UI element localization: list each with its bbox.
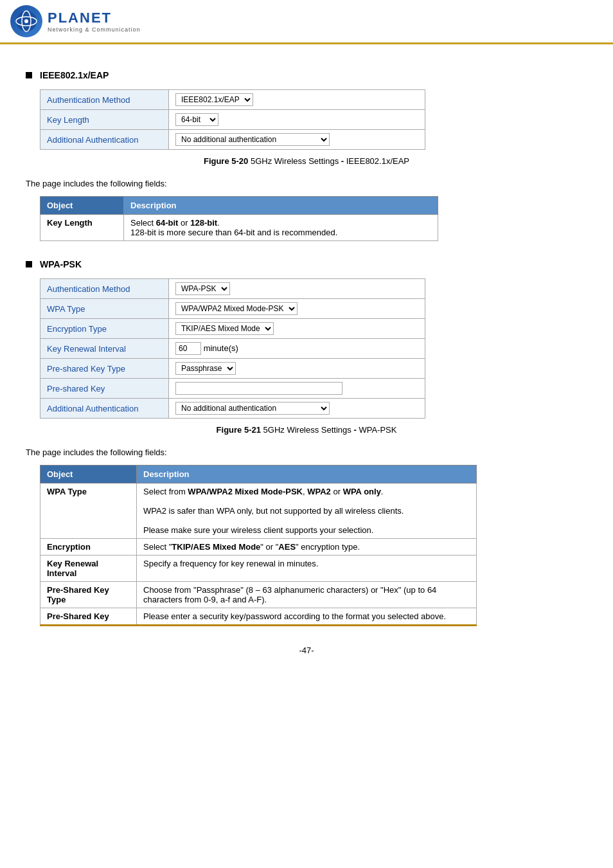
desc-cell: Select from WPA/WPA2 Mixed Mode-PSK, WPA… bbox=[137, 484, 477, 539]
field-label: Pre-shared Key bbox=[40, 379, 169, 399]
table-row: Key RenewalInterval Specify a frequency … bbox=[40, 556, 477, 582]
col-description: Description bbox=[137, 466, 477, 484]
field-value: No additional authentication bbox=[169, 399, 425, 419]
desc-cell: Select "TKIP/AES Mixed Mode" or "AES" en… bbox=[137, 539, 477, 556]
key-length-select[interactable]: 64-bit 128-bit bbox=[175, 113, 218, 126]
bullet-icon bbox=[26, 72, 32, 78]
table-row: Key Length 64-bit 128-bit bbox=[40, 110, 425, 130]
section2-desc: The page includes the following fields: bbox=[26, 448, 587, 457]
field-value bbox=[169, 379, 425, 399]
object-cell: WPA Type bbox=[40, 484, 137, 539]
preshared-key-input[interactable] bbox=[175, 382, 342, 395]
field-label: Encryption Type bbox=[40, 319, 169, 339]
field-value: No additional authentication bbox=[169, 130, 425, 150]
field-label: Authentication Method bbox=[40, 279, 169, 299]
section2-settings-table: Authentication Method WPA-PSK WPA Type W… bbox=[40, 278, 425, 419]
field-value: minute(s) bbox=[169, 339, 425, 359]
page-header: PLANET Networking & Communication bbox=[0, 0, 613, 44]
desc-cell: Specify a frequency for key renewal in m… bbox=[137, 556, 477, 582]
bullet-icon bbox=[26, 261, 32, 267]
field-value: TKIP/AES Mixed Mode AES bbox=[169, 319, 425, 339]
col-object: Object bbox=[40, 466, 137, 484]
field-label: WPA Type bbox=[40, 299, 169, 319]
field-value: WPA-PSK bbox=[169, 279, 425, 299]
table-row: Key Renewal Interval minute(s) bbox=[40, 339, 425, 359]
table-header-row: Object Description bbox=[40, 466, 477, 484]
logo-icon bbox=[10, 5, 42, 37]
object-cell: Pre-Shared Key bbox=[40, 608, 137, 626]
figure2-caption: Figure 5-21 5GHz Wireless Settings - WPA… bbox=[26, 425, 587, 435]
field-value: IEEE802.1x/EAP bbox=[169, 90, 425, 110]
encryption-type-select[interactable]: TKIP/AES Mixed Mode AES bbox=[175, 322, 274, 335]
page-number: -47- bbox=[26, 646, 587, 655]
field-value: Passphrase Hex bbox=[169, 359, 425, 379]
section1-settings-table: Authentication Method IEEE802.1x/EAP Key… bbox=[40, 89, 425, 150]
section1-heading: IEEE802.1x/EAP bbox=[26, 70, 587, 80]
col-description: Description bbox=[124, 197, 438, 215]
figure2-bold: Figure 5-21 bbox=[217, 425, 261, 435]
section2-heading: WPA-PSK bbox=[26, 259, 587, 269]
table-row: Key Length Select 64-bit or 128-bit. 128… bbox=[40, 215, 438, 241]
preshared-key-type-select[interactable]: Passphrase Hex bbox=[175, 362, 236, 375]
field-label: Additional Authentication bbox=[40, 130, 169, 150]
table-row: Encryption Type TKIP/AES Mixed Mode AES bbox=[40, 319, 425, 339]
section2-title: WPA-PSK bbox=[40, 259, 82, 269]
field-label: Additional Authentication bbox=[40, 399, 169, 419]
table-row: Pre-shared Key Type Passphrase Hex bbox=[40, 359, 425, 379]
logo-planet-label: PLANET bbox=[48, 10, 141, 26]
object-cell: Encryption bbox=[40, 539, 137, 556]
figure1-dash: - bbox=[341, 156, 344, 166]
table-header-row: Object Description bbox=[40, 197, 438, 215]
main-content: IEEE802.1x/EAP Authentication Method IEE… bbox=[0, 44, 613, 681]
desc-cell: Select 64-bit or 128-bit. 128-bit is mor… bbox=[124, 215, 438, 241]
field-label: Pre-shared Key Type bbox=[40, 359, 169, 379]
additional-auth-select-1[interactable]: No additional authentication bbox=[175, 133, 330, 146]
object-cell: Pre-Shared KeyType bbox=[40, 582, 137, 608]
table-row: Authentication Method IEEE802.1x/EAP bbox=[40, 90, 425, 110]
svg-point-3 bbox=[24, 19, 28, 23]
field-label: Key Length bbox=[40, 110, 169, 130]
table-row: Pre-shared Key bbox=[40, 379, 425, 399]
figure1-bold: Figure 5-20 bbox=[204, 156, 248, 166]
wpa-type-select[interactable]: WPA/WPA2 Mixed Mode-PSK WPA2 WPA only bbox=[175, 302, 298, 315]
auth-method-select-2[interactable]: WPA-PSK bbox=[175, 282, 230, 295]
table-row: Pre-Shared KeyType Choose from "Passphra… bbox=[40, 582, 477, 608]
section1-info-table: Object Description Key Length Select 64-… bbox=[40, 196, 438, 241]
field-value: 64-bit 128-bit bbox=[169, 110, 425, 130]
section2-info-table: Object Description WPA Type Select from … bbox=[40, 465, 477, 626]
table-row: Additional Authentication No additional … bbox=[40, 399, 425, 419]
additional-auth-select-2[interactable]: No additional authentication bbox=[175, 402, 330, 415]
figure1-caption: Figure 5-20 5GHz Wireless Settings - IEE… bbox=[26, 156, 587, 166]
section1-desc: The page includes the following fields: bbox=[26, 179, 587, 188]
table-row: Encryption Select "TKIP/AES Mixed Mode" … bbox=[40, 539, 477, 556]
object-cell: Key Length bbox=[40, 215, 124, 241]
desc-cell: Please enter a security key/password acc… bbox=[137, 608, 477, 626]
table-row: WPA Type Select from WPA/WPA2 Mixed Mode… bbox=[40, 484, 477, 539]
field-label: Authentication Method bbox=[40, 90, 169, 110]
figure2-dash: - bbox=[353, 425, 356, 435]
logo-text: PLANET Networking & Communication bbox=[48, 10, 141, 33]
auth-method-select-1[interactable]: IEEE802.1x/EAP bbox=[175, 93, 253, 106]
key-renewal-input[interactable] bbox=[175, 342, 201, 355]
table-row: WPA Type WPA/WPA2 Mixed Mode-PSK WPA2 WP… bbox=[40, 299, 425, 319]
minute-label: minute(s) bbox=[204, 343, 238, 353]
logo-sub-label: Networking & Communication bbox=[48, 26, 141, 33]
field-value: WPA/WPA2 Mixed Mode-PSK WPA2 WPA only bbox=[169, 299, 425, 319]
field-label: Key Renewal Interval bbox=[40, 339, 169, 359]
object-cell: Key RenewalInterval bbox=[40, 556, 137, 582]
section1-title: IEEE802.1x/EAP bbox=[40, 70, 109, 80]
col-object: Object bbox=[40, 197, 124, 215]
table-row: Authentication Method WPA-PSK bbox=[40, 279, 425, 299]
table-row: Pre-Shared Key Please enter a security k… bbox=[40, 608, 477, 626]
desc-cell: Choose from "Passphrase" (8 – 63 alphanu… bbox=[137, 582, 477, 608]
table-row: Additional Authentication No additional … bbox=[40, 130, 425, 150]
